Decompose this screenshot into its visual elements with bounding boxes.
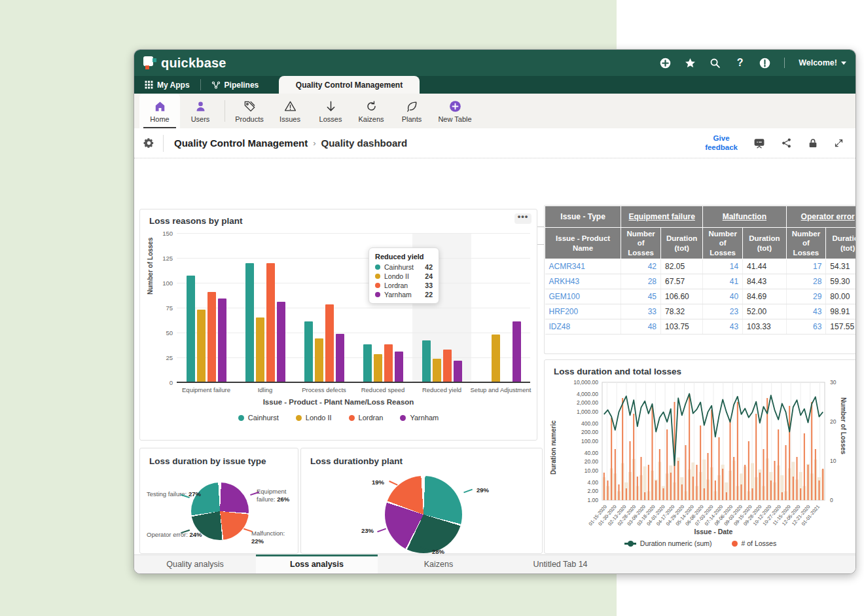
toolbar-products[interactable]: Products [229, 94, 270, 128]
logo-text: quickbase [161, 56, 226, 71]
y-axis-tick: 25 [166, 354, 177, 361]
pie2-chart[interactable] [385, 476, 462, 553]
legend-label: Cainhurst [248, 414, 279, 422]
bar-cainhurst[interactable] [245, 263, 254, 382]
bar-chart-legend: CainhurstLondo IILordranYarnham [140, 414, 537, 422]
svg-text:2,000.00: 2,000.00 [577, 399, 598, 406]
legend-item[interactable]: Duration numeric (sum) [624, 539, 712, 547]
user-menu[interactable]: Welcome! [799, 58, 846, 67]
table-cell: 43 [703, 319, 743, 335]
y-axis-tick: 50 [166, 329, 177, 336]
toolbar-users[interactable]: Users [180, 94, 221, 128]
bar-yarnham[interactable] [454, 361, 462, 382]
nav-pipelines[interactable]: Pipelines [201, 76, 270, 94]
svg-text:30: 30 [830, 379, 837, 386]
table-row: ARKH432867.574184.432859.30 [545, 274, 857, 289]
dashboard-tab-quality-analysis[interactable]: Quality analysis [134, 555, 256, 573]
breadcrumb-app[interactable]: Quality Control Management [174, 137, 308, 149]
product-link[interactable]: ARKH43 [545, 274, 621, 289]
dashboard-tab-untitled-tab-14[interactable]: Untitled Tab 14 [499, 555, 621, 573]
toolbar-products-label: Products [235, 115, 263, 123]
bar-yarnham[interactable] [277, 302, 285, 382]
topbar-divider [784, 58, 785, 68]
table-group-header[interactable]: Equipment failure [621, 206, 703, 228]
bar-yarnham[interactable] [218, 299, 226, 382]
table-group-header[interactable]: Malfunction [703, 206, 786, 228]
nav-tab-quality-control-management[interactable]: Quality Control Management [279, 76, 420, 94]
give-feedback-link[interactable]: Givefeedback [705, 134, 738, 151]
toolbar-issues[interactable]: Issues [270, 94, 310, 128]
legend-item[interactable]: Yarnham [400, 414, 439, 422]
lock-icon[interactable] [808, 138, 818, 149]
nav-my-apps[interactable]: My Apps [134, 76, 200, 94]
bar-cainhurst[interactable] [363, 344, 372, 382]
toolbar-losses[interactable]: Losses [310, 94, 351, 128]
toolbar-plants[interactable]: Plants [391, 94, 432, 128]
table-subheader[interactable]: Duration (tot) [743, 228, 786, 259]
presentation-icon[interactable] [753, 137, 765, 149]
add-icon[interactable] [660, 58, 671, 69]
bar-lordran[interactable] [207, 292, 216, 382]
pie2-label-19: 19% [372, 479, 384, 486]
bar-londo-ii[interactable] [197, 310, 206, 382]
toolbar-issues-label: Issues [279, 115, 300, 123]
dashboard-tab-loss-analysis[interactable]: Loss analysis [256, 555, 378, 573]
table-subheader[interactable]: Number of Losses [786, 228, 826, 259]
bar-cainhurst[interactable] [422, 340, 431, 382]
card-more-button[interactable]: ••• [514, 213, 531, 224]
pie2-label-29: 29% [477, 486, 489, 494]
bar-lordran[interactable] [325, 304, 334, 382]
bar-lordran[interactable] [443, 350, 452, 382]
table-row-header: Issue - Product Name [545, 228, 621, 259]
table-row: IDZ4848103.7543103.3363157.55 [545, 319, 857, 335]
product-link[interactable]: ACMR341 [545, 259, 621, 274]
bar-yarnham[interactable] [336, 334, 344, 382]
x-axis-category-label: Equipment failure [182, 386, 230, 393]
legend-item[interactable]: Cainhurst [238, 414, 279, 422]
bar-cainhurst[interactable] [304, 321, 313, 382]
line-chart-card: Loss duration and total losses Duration … [544, 359, 856, 554]
bar-lordran[interactable] [384, 344, 393, 382]
product-link[interactable]: IDZ48 [545, 319, 621, 335]
settings-gear-icon[interactable] [134, 137, 163, 149]
favorites-star-icon[interactable] [685, 58, 696, 69]
quickbase-logo[interactable]: quickbase [143, 56, 226, 71]
expand-icon[interactable] [834, 138, 844, 148]
toolbar-home[interactable]: Home [139, 94, 180, 128]
search-icon[interactable] [710, 58, 721, 69]
bar-londo-ii[interactable] [315, 338, 323, 382]
legend-item[interactable]: Londo II [296, 414, 332, 422]
bar-group [177, 233, 236, 382]
bar-londo-ii[interactable] [492, 335, 500, 382]
product-link[interactable]: GEM100 [545, 289, 621, 304]
legend-item[interactable]: # of Losses [732, 539, 777, 547]
share-icon[interactable] [781, 137, 792, 149]
legend-label: Lordran [359, 414, 384, 422]
table-subheader[interactable]: Duration (tot) [826, 228, 856, 259]
y-axis-tick: 0 [170, 379, 177, 386]
bar-cainhurst[interactable] [187, 276, 195, 382]
table-group-header[interactable]: Operator error [786, 206, 856, 228]
help-icon[interactable]: ? [734, 58, 746, 69]
alerts-icon[interactable] [759, 58, 770, 69]
legend-item[interactable]: Lordran [349, 414, 384, 422]
table-subheader[interactable]: Duration (tot) [661, 228, 703, 259]
product-link[interactable]: HRF200 [545, 304, 621, 319]
table-cell: 45 [621, 289, 661, 304]
bar-lordran[interactable] [266, 263, 275, 382]
svg-text:100.00: 100.00 [581, 438, 598, 444]
nav-pipelines-label: Pipelines [225, 81, 259, 90]
x-axis-category-label: Setup and Adjustment [471, 386, 531, 393]
svg-text:10: 10 [830, 458, 837, 464]
table-subheader[interactable]: Number of Losses [621, 228, 661, 259]
table-subheader[interactable]: Number of Losses [703, 228, 743, 259]
bar-yarnham[interactable] [395, 352, 403, 382]
bar-yarnham[interactable] [513, 321, 521, 382]
y-axis-tick: 75 [166, 304, 177, 312]
bar-londo-ii[interactable] [433, 359, 441, 382]
toolbar-kaizens[interactable]: Kaizens [351, 94, 391, 128]
bar-londo-ii[interactable] [256, 317, 264, 382]
dashboard-tab-kaizens[interactable]: Kaizens [378, 555, 499, 573]
bar-londo-ii[interactable] [374, 354, 382, 382]
toolbar-new-table[interactable]: New Table [432, 94, 478, 128]
